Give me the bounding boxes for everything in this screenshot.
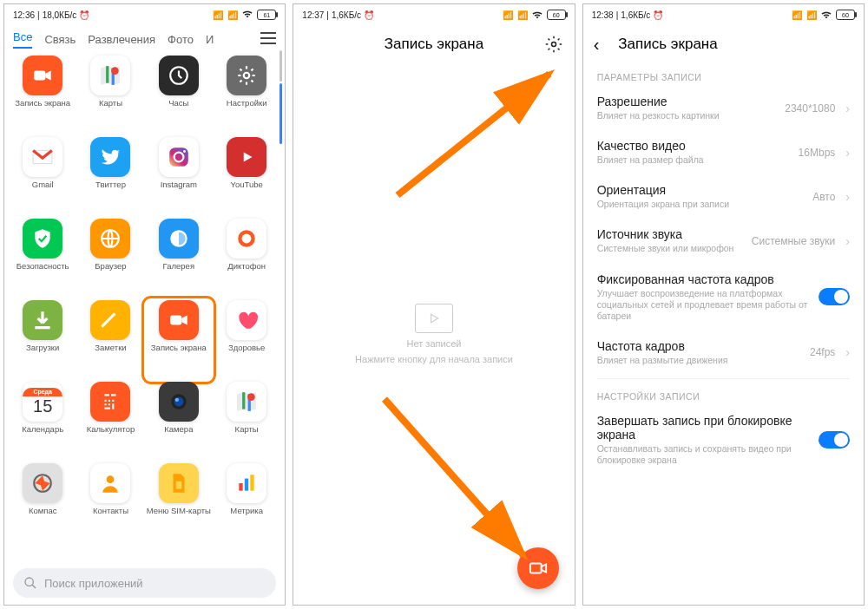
settings-row[interactable]: Фиксированная частота кадровУлучшает вос…: [583, 264, 864, 331]
dl-icon: [23, 300, 62, 340]
app-label: Gmail: [32, 180, 54, 189]
settings-row[interactable]: Завершать запись при блокировке экранаОс…: [583, 405, 864, 475]
svg-rect-23: [239, 483, 242, 491]
app-календарь[interactable]: Среда15Календарь: [10, 382, 76, 462]
sim-icon: [159, 463, 199, 503]
app-калькулятор[interactable]: Калькулятор: [77, 382, 143, 462]
status-net: 1,6КБ/с: [332, 10, 361, 20]
app-label: Меню SIM-карты: [147, 507, 211, 515]
divider: [597, 378, 850, 379]
app-запись-экрана[interactable]: Запись экрана: [146, 300, 212, 380]
tw-icon: [90, 137, 130, 177]
app-контакты[interactable]: Контакты: [77, 463, 143, 543]
alarm-icon: ⏰: [364, 10, 374, 20]
app-youtube[interactable]: YouTube: [214, 137, 279, 217]
record-button[interactable]: [517, 547, 559, 589]
rec-icon: [227, 219, 266, 259]
settings-list: Завершать запись при блокировке экранаОс…: [583, 405, 864, 475]
app-label: Карты: [235, 425, 259, 434]
app-компас[interactable]: Компас: [10, 463, 76, 543]
app-заметки[interactable]: Заметки: [77, 300, 143, 380]
search-icon: [23, 576, 37, 590]
page-title: Запись экрана: [385, 36, 483, 53]
row-title: Ориентация: [597, 183, 806, 197]
empty-state: Нет записей Нажмите кнопку для начала за…: [293, 63, 574, 605]
app-карты[interactable]: Карты: [214, 382, 279, 462]
svg-rect-24: [245, 479, 248, 491]
cal-icon: Среда15: [23, 382, 62, 422]
app-label: Загрузки: [26, 344, 59, 352]
settings-row[interactable]: ОриентацияОриентация экрана при записиАв…: [583, 174, 864, 219]
search-apps[interactable]: Поиск приложений: [13, 568, 276, 598]
status-net: 1,6КБ/с: [621, 10, 650, 20]
cam-icon: [159, 300, 199, 340]
app-камера[interactable]: Камера: [146, 382, 212, 462]
app-безопасность[interactable]: Безопасность: [10, 219, 76, 298]
svg-point-19: [247, 393, 255, 401]
app-gmail[interactable]: Gmail: [10, 137, 76, 217]
tab-photo[interactable]: Фото: [168, 33, 194, 46]
signal-icon: 📶: [213, 10, 223, 20]
wifi-icon: [532, 10, 542, 20]
settings-button[interactable]: [545, 36, 562, 57]
settings-row[interactable]: Качество видеоВлияет на размер файла16Mb…: [583, 130, 864, 174]
app-твиттер[interactable]: Твиттер: [77, 137, 143, 217]
app-загрузки[interactable]: Загрузки: [10, 300, 76, 380]
svg-rect-29: [529, 564, 541, 573]
app-меню-sim-карты[interactable]: Меню SIM-карты: [146, 463, 212, 543]
tab-all[interactable]: Все: [13, 30, 32, 49]
camcorder-icon: [529, 559, 548, 578]
clock-icon: [159, 56, 199, 95]
toggle-switch[interactable]: [819, 431, 850, 449]
app-запись-экрана[interactable]: Запись экрана: [10, 56, 76, 135]
row-subtitle: Влияет на резкость картинки: [597, 110, 779, 121]
status-bar: 12:38| 1,6КБ/с ⏰ 📶 📶 60: [583, 4, 864, 25]
row-title: Разрешение: [597, 95, 779, 108]
status-bar: 12:37| 1,6КБ/с ⏰ 📶 📶 60: [293, 4, 574, 25]
app-label: Instagram: [161, 180, 197, 189]
row-title: Фиксированная частота кадров: [597, 272, 812, 286]
row-subtitle: Останавливать запись и сохранять видео п…: [597, 443, 812, 466]
header: Запись экрана: [293, 25, 574, 63]
comp-icon: [23, 463, 62, 503]
row-value: Авто: [812, 191, 835, 203]
app-галерея[interactable]: Галерея: [146, 219, 212, 298]
app-label: Галерея: [163, 262, 194, 271]
row-subtitle: Ориентация экрана при записи: [597, 199, 806, 210]
phone-recorder-settings: 12:38| 1,6КБ/с ⏰ 📶 📶 60 ‹ Запись экрана …: [582, 3, 865, 606]
app-браузер[interactable]: Браузер: [77, 219, 143, 298]
toggle-switch[interactable]: [819, 288, 850, 305]
app-label: Диктофон: [227, 262, 266, 271]
app-instagram[interactable]: Instagram: [146, 137, 212, 217]
app-label: Часы: [168, 99, 188, 108]
back-button[interactable]: ‹: [594, 35, 600, 55]
tab-more[interactable]: И: [206, 33, 214, 46]
chevron-right-icon: ›: [845, 345, 850, 359]
scrollbar-thumb[interactable]: [279, 83, 282, 144]
app-диктофон[interactable]: Диктофон: [214, 219, 279, 298]
cam-icon: [23, 56, 62, 95]
settings-row[interactable]: РазрешениеВлияет на резкость картинки234…: [583, 86, 864, 130]
app-здоровье[interactable]: Здоровье: [214, 300, 279, 380]
hamburger-icon[interactable]: [260, 32, 276, 47]
app-настройки[interactable]: Настройки: [214, 56, 279, 135]
app-часы[interactable]: Часы: [146, 56, 212, 135]
chevron-right-icon: ›: [845, 234, 850, 248]
phone-app-drawer: 12:36 | 18,0КБ/с ⏰ 📶 📶 61 Все Связь Разв…: [3, 3, 286, 606]
app-label: Калькулятор: [87, 425, 135, 434]
tab-entertainment[interactable]: Развлечения: [88, 33, 155, 46]
svg-point-21: [107, 475, 115, 483]
tab-connect[interactable]: Связь: [44, 33, 76, 46]
svg-rect-22: [176, 481, 182, 489]
settings-row[interactable]: Частота кадровВлияет на размытие движени…: [583, 331, 864, 375]
app-label: Запись экрана: [15, 99, 70, 108]
app-карты[interactable]: Карты: [77, 56, 143, 135]
app-label: Камера: [164, 425, 193, 434]
settings-row[interactable]: Источник звукаСистемные звуки или микроф…: [583, 219, 864, 263]
svg-marker-9: [244, 153, 253, 162]
app-метрика[interactable]: Метрика: [214, 463, 279, 543]
chevron-right-icon: ›: [845, 190, 850, 204]
con-icon: [90, 463, 130, 503]
app-label: YouTube: [230, 180, 262, 189]
globe-icon: [90, 219, 130, 259]
